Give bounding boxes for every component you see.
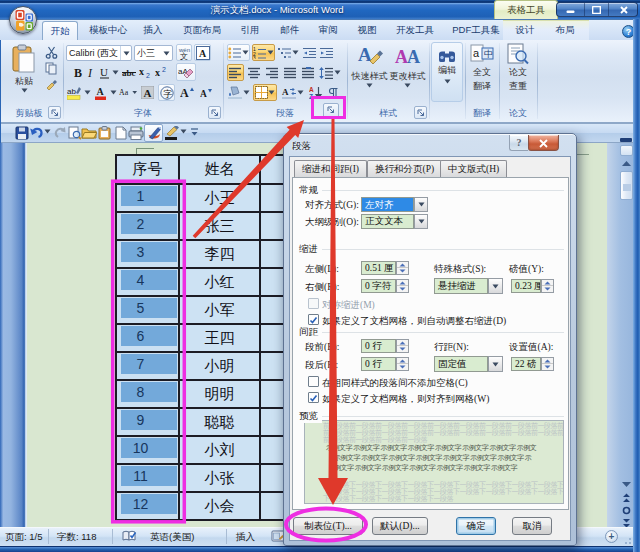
font-name-combo[interactable]: Calibri (西文 xyxy=(66,45,132,61)
vertical-scrollbar[interactable] xyxy=(607,143,633,527)
line-spacing-dropdown-button[interactable] xyxy=(488,356,503,372)
align-center-button[interactable] xyxy=(246,64,263,81)
ribbon-tab-2[interactable]: 模板中心 xyxy=(86,21,130,40)
ribbon-tab-3[interactable]: 插入 xyxy=(133,21,173,40)
ok-button[interactable]: 确定 xyxy=(456,517,496,535)
special-format-combo[interactable]: 悬挂缩进 xyxy=(434,278,488,294)
cell-no-5[interactable]: 5 xyxy=(116,296,179,324)
scroll-down-button[interactable] xyxy=(620,480,633,492)
strikethrough-button[interactable]: abc xyxy=(121,64,137,80)
undo-dropdown[interactable] xyxy=(44,126,51,136)
special-format-dropdown-button[interactable] xyxy=(488,278,503,294)
enclose-characters-button[interactable]: 字 xyxy=(158,84,175,101)
grow-font-button[interactable]: A xyxy=(178,84,196,101)
indent-right-field[interactable]: 0 字符 xyxy=(361,279,396,293)
sort-button[interactable]: AZ xyxy=(307,84,324,101)
pen-button[interactable] xyxy=(164,126,180,142)
ribbon-tab-1[interactable]: 开始 xyxy=(42,21,78,41)
after-field[interactable]: 0 行 xyxy=(361,357,396,371)
before-spinner[interactable] xyxy=(396,339,409,353)
tabs-button[interactable]: 制表位(T)... xyxy=(293,517,363,535)
dropdown-arrow-icon[interactable] xyxy=(120,46,131,60)
spin-down-button[interactable] xyxy=(397,346,408,352)
spellcheck-icon[interactable] xyxy=(122,529,137,545)
cell-no-9[interactable]: 9 xyxy=(116,408,179,436)
ribbon-tab-5[interactable]: 引用 xyxy=(234,21,266,40)
previous-page-button[interactable] xyxy=(620,492,633,506)
cut-button[interactable] xyxy=(43,45,59,59)
text-highlight-button[interactable]: ab xyxy=(66,84,83,101)
superscript-button[interactable]: x2 xyxy=(154,64,169,80)
alignment-dropdown-button[interactable] xyxy=(414,197,428,212)
maximize-button[interactable] xyxy=(584,3,609,16)
font-color-button[interactable]: A xyxy=(94,84,109,101)
ribbon-tab-9[interactable]: 开发工具 xyxy=(388,21,442,40)
align-left-button[interactable] xyxy=(227,64,244,81)
ribbon-tab-8[interactable]: 视图 xyxy=(350,21,384,40)
default-button[interactable]: 默认(D)... xyxy=(372,517,428,535)
cell-name-9[interactable]: 聪聪 xyxy=(179,408,260,436)
table-header-name[interactable]: 姓名 xyxy=(179,155,260,184)
before-field[interactable]: 0 行 xyxy=(361,339,396,353)
paste-button[interactable]: 粘贴 xyxy=(9,44,39,93)
cell-name-10[interactable]: 小刘 xyxy=(179,436,260,464)
ribbon-tab-11[interactable]: 设计 xyxy=(510,21,540,40)
zoom-in-button[interactable]: + xyxy=(605,530,618,543)
cell-name-12[interactable]: 小会 xyxy=(179,492,260,520)
increase-indent-button[interactable] xyxy=(319,44,335,61)
editing-button[interactable]: 编辑 xyxy=(431,42,463,102)
cell-name-2[interactable]: 张三 xyxy=(179,212,260,240)
cell-name-1[interactable]: 小王 xyxy=(179,184,260,212)
spin-down-button[interactable] xyxy=(397,268,408,274)
clear-formatting-button[interactable]: aA xyxy=(176,63,196,81)
format-painter-button[interactable] xyxy=(43,77,59,91)
indent-left-spinner[interactable] xyxy=(396,261,409,275)
change-case-button[interactable]: Aa xyxy=(119,84,137,101)
underline-button[interactable]: U xyxy=(98,64,111,80)
paper-check-button[interactable]: 论文查重 xyxy=(503,43,533,93)
spin-down-button[interactable] xyxy=(397,364,408,370)
cell-name-7[interactable]: 小明 xyxy=(179,352,260,380)
full-translate-button[interactable]: a中全文翻译 xyxy=(467,43,497,93)
cell-name-4[interactable]: 小红 xyxy=(179,268,260,296)
after-spinner[interactable] xyxy=(396,357,409,371)
cancel-button[interactable]: 取消 xyxy=(512,517,552,535)
copy-button[interactable] xyxy=(43,61,59,75)
no-space-checkbox[interactable] xyxy=(308,376,319,387)
ribbon-tab-7[interactable]: 审阅 xyxy=(312,21,344,40)
tab-line-page-breaks[interactable]: 换行和分页(P) xyxy=(367,160,442,177)
minimize-button[interactable] xyxy=(557,3,583,16)
character-shading-button[interactable]: A xyxy=(140,85,155,100)
office-button[interactable] xyxy=(9,6,37,34)
auto-adjust-checkbox[interactable] xyxy=(308,314,319,325)
cell-name-11[interactable]: 小张 xyxy=(179,464,260,492)
scroll-thumb[interactable] xyxy=(620,171,633,200)
at-field[interactable]: 22 磅 xyxy=(511,357,541,371)
print-button[interactable] xyxy=(128,126,144,142)
cell-no-1[interactable]: 1 xyxy=(116,184,179,212)
cell-no-2[interactable]: 2 xyxy=(116,212,179,240)
outline-dropdown-button[interactable] xyxy=(414,214,428,229)
spin-down-button[interactable] xyxy=(542,364,553,370)
pen-dropdown[interactable] xyxy=(180,126,187,136)
dialog-launcher-font[interactable] xyxy=(208,106,221,119)
print-preview-button[interactable] xyxy=(68,126,82,142)
change-styles-button[interactable]: AA更改样式 xyxy=(389,43,426,88)
status-page[interactable]: 页面: 1/5 xyxy=(5,531,43,544)
tab-asian-typography[interactable]: 中文版式(H) xyxy=(440,160,507,177)
save-button[interactable] xyxy=(15,126,29,142)
shading-button[interactable] xyxy=(227,84,251,101)
snap-grid-checkbox[interactable] xyxy=(308,392,319,403)
justify-button[interactable] xyxy=(282,64,299,81)
status-language[interactable]: 英语(美国) xyxy=(150,531,194,544)
phonetic-guide-button[interactable]: wén文 xyxy=(176,44,192,61)
scroll-up-button[interactable] xyxy=(620,159,633,171)
ribbon-tab-4[interactable]: 页面布局 xyxy=(174,21,230,40)
cell-name-3[interactable]: 李四 xyxy=(179,240,260,268)
cell-no-11[interactable]: 11 xyxy=(116,464,179,492)
close-button[interactable] xyxy=(610,3,638,16)
alignment-combo[interactable]: 左对齐 xyxy=(361,197,414,212)
dialog-launcher-styles[interactable] xyxy=(414,106,427,119)
status-words[interactable]: 字数: 118 xyxy=(57,531,96,544)
indent-right-spinner[interactable] xyxy=(396,279,409,293)
